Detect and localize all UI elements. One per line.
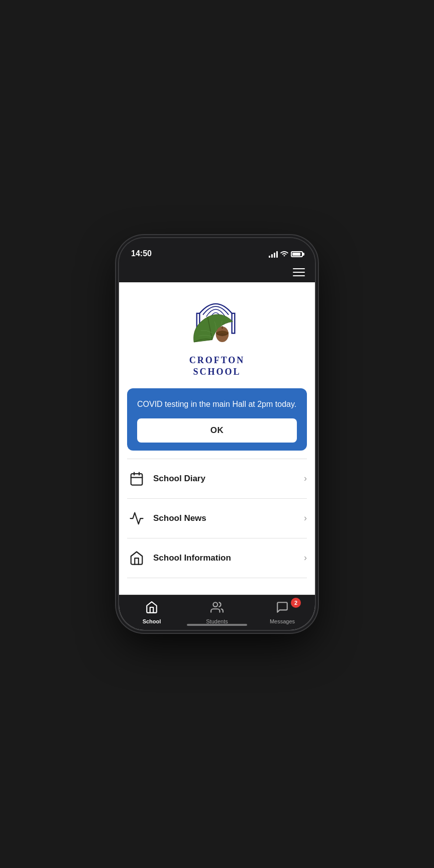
wifi-icon [280,250,288,258]
app-header [119,262,315,282]
chat-nav-icon [276,601,289,617]
menu-item-news[interactable]: School News › [119,499,315,538]
nav-item-messages[interactable]: 2 Messages [250,597,315,628]
menu-item-diary[interactable]: School Diary › [119,459,315,498]
people-nav-icon [210,601,224,617]
svg-rect-4 [131,474,143,485]
chevron-right-icon: › [304,473,307,484]
messages-badge: 2 [291,598,301,608]
nav-label-school: School [143,618,161,624]
status-time: 14:50 [131,249,152,258]
calendar-icon [127,469,146,488]
menu-label-information: School Information [153,553,304,563]
menu-list: School Diary › School News › [119,459,315,595]
logo-leaf-acorn-svg [189,312,240,347]
phone-shell: 14:50 [119,238,315,630]
school-logo-section: CROFTONSCHOOL [119,282,315,388]
chevron-right-icon-3: › [304,553,307,563]
signal-icon [269,251,278,258]
menu-label-news: School News [153,513,304,523]
pulse-icon [127,509,146,528]
notification-banner: COVID testing in the main Hall at 2pm to… [127,388,307,451]
battery-icon [291,251,303,257]
hamburger-button[interactable] [293,268,305,276]
home-nav-icon [145,601,158,617]
school-name: CROFTONSCHOOL [189,355,245,378]
menu-item-information[interactable]: School Information › [119,538,315,578]
app-content: CROFTONSCHOOL COVID testing in the main … [119,282,315,630]
hamburger-line-3 [293,275,305,276]
status-bar: 14:50 [119,238,315,262]
nav-label-messages: Messages [270,618,295,624]
nav-item-school[interactable]: School [119,597,184,628]
notification-text: COVID testing in the main Hall at 2pm to… [137,398,297,410]
hamburger-line-2 [293,272,305,273]
app-container: CROFTONSCHOOL COVID testing in the main … [119,262,315,630]
menu-label-diary: School Diary [153,474,304,484]
home-info-icon [127,549,146,568]
hamburger-line-1 [293,268,305,269]
school-logo [189,294,245,350]
status-icons [269,250,303,258]
menu-divider-3 [127,578,307,578]
svg-point-8 [213,602,218,607]
home-indicator [187,624,247,626]
ok-button[interactable]: OK [137,418,297,443]
chevron-right-icon-2: › [304,513,307,523]
